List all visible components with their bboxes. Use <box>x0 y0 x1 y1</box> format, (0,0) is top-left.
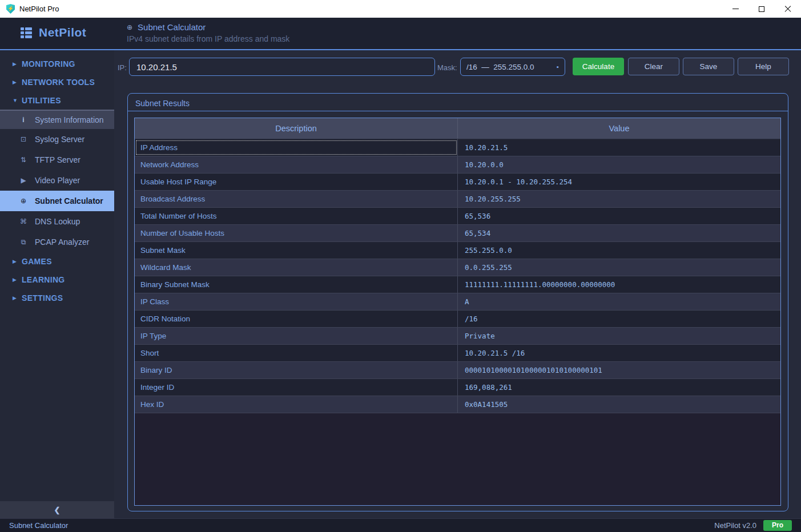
main-content: IP: Mask: /16 — 255.255.0.0 ▪ Calculate … <box>114 50 801 518</box>
pro-badge: Pro <box>763 520 792 530</box>
value-cell[interactable]: 255.255.0.0 <box>458 242 780 259</box>
description-cell[interactable]: Total Number of Hosts <box>135 208 458 224</box>
table-row: Integer ID169,088,261 <box>135 379 780 396</box>
chevron-right-icon: ▶ <box>13 295 18 301</box>
table-row: Total Number of Hosts65,536 <box>135 208 780 225</box>
sidebar-nav: ▶MONITORING▶NETWORK TOOLS▼UTILITIESiSyst… <box>0 50 114 307</box>
description-cell[interactable]: CIDR Notation <box>135 311 458 327</box>
sidebar-section-learning[interactable]: ▶LEARNING <box>0 271 114 289</box>
results-table-body: IP Address10.20.21.5Network Address10.20… <box>135 139 780 413</box>
status-bar: Subnet Calculator NetPilot v2.0 Pro <box>0 518 801 532</box>
sidebar-item-label: TFTP Server <box>35 155 80 164</box>
sidebar-item-video-player[interactable]: ▶Video Player <box>0 170 114 191</box>
sidebar: ▶MONITORING▶NETWORK TOOLS▼UTILITIESiSyst… <box>0 50 114 518</box>
transfer-icon: ⇅ <box>19 156 27 164</box>
description-cell[interactable]: Network Address <box>135 156 458 173</box>
value-cell[interactable]: Private <box>458 328 780 344</box>
value-cell[interactable]: 10.20.255.255 <box>458 191 780 207</box>
version-text: NetPilot v2.0 <box>714 521 756 530</box>
column-header-value[interactable]: Value <box>458 118 780 139</box>
description-cell[interactable]: Wildcard Mask <box>135 259 458 276</box>
sidebar-section-utilities[interactable]: ▼UTILITIES <box>0 91 114 110</box>
sidebar-section-games[interactable]: ▶GAMES <box>0 252 114 271</box>
play-icon: ▶ <box>19 176 27 184</box>
minimize-icon <box>732 9 739 9</box>
description-cell[interactable]: Subnet Mask <box>135 242 458 259</box>
value-cell[interactable]: 10.20.21.5 <box>458 139 780 156</box>
description-cell[interactable]: Integer ID <box>135 379 458 396</box>
value-cell[interactable]: 65,536 <box>458 208 780 224</box>
section-label: MONITORING <box>22 59 75 68</box>
description-cell[interactable]: Hex ID <box>135 396 458 413</box>
description-cell[interactable]: Binary Subnet Mask <box>135 276 458 293</box>
close-button[interactable] <box>775 0 801 18</box>
value-cell[interactable]: A <box>458 293 780 310</box>
table-row: Number of Usable Hosts65,534 <box>135 225 780 242</box>
description-cell[interactable]: IP Class <box>135 293 458 310</box>
help-button[interactable]: Help <box>738 58 789 75</box>
maximize-button[interactable] <box>748 0 775 18</box>
page-title: ⊕ Subnet Calculator <box>127 22 289 32</box>
page-subtitle: IPv4 subnet details from IP address and … <box>127 34 289 43</box>
sidebar-item-label: Video Player <box>35 176 80 185</box>
value-cell[interactable]: 10.20.21.5 /16 <box>458 345 780 361</box>
layers-icon: ⧉ <box>19 238 27 246</box>
sidebar-item-dns-lookup[interactable]: ⌘DNS Lookup <box>0 211 114 232</box>
value-cell[interactable]: 65,534 <box>458 225 780 241</box>
window-title: NetPilot Pro <box>19 5 59 13</box>
table-row: Binary ID0000101000010100000101010000010… <box>135 362 780 379</box>
sidebar-section-monitoring[interactable]: ▶MONITORING <box>0 55 114 73</box>
section-label: SETTINGS <box>22 293 63 303</box>
info-icon: i <box>19 116 27 124</box>
maximize-icon <box>759 6 764 12</box>
sidebar-item-pcap-analyzer[interactable]: ⧉PCAP Analyzer <box>0 232 114 252</box>
page-head: ⊕ Subnet Calculator IPv4 subnet details … <box>127 22 289 43</box>
table-row: Hex ID0x0A141505 <box>135 396 780 413</box>
description-cell[interactable]: IP Address <box>135 139 458 156</box>
value-cell[interactable]: 0x0A141505 <box>458 396 780 413</box>
value-cell[interactable]: 0.0.255.255 <box>458 259 780 276</box>
subnet-results-groupbox: Subnet Results Description Value IP Addr… <box>127 93 788 511</box>
groupbox-title: Subnet Results <box>135 99 190 108</box>
mask-value: /16 — 255.255.0.0 <box>466 63 534 71</box>
table-row: CIDR Notation/16 <box>135 311 780 328</box>
description-cell[interactable]: Number of Usable Hosts <box>135 225 458 241</box>
description-cell[interactable]: Short <box>135 345 458 361</box>
sidebar-item-system-information[interactable]: iSystem Information <box>0 110 114 129</box>
value-cell[interactable]: 169,088,261 <box>458 379 780 396</box>
save-button[interactable]: Save <box>683 58 734 75</box>
app-logo-icon <box>21 27 32 38</box>
groupbox-underline <box>128 111 788 111</box>
chevron-right-icon: ▶ <box>13 259 18 264</box>
value-cell[interactable]: 11111111.11111111.00000000.00000000 <box>458 276 780 293</box>
description-cell[interactable]: Broadcast Address <box>135 191 458 207</box>
sidebar-section-settings[interactable]: ▶SETTINGS <box>0 289 114 307</box>
mask-dropdown[interactable]: /16 — 255.255.0.0 ▪ <box>460 58 565 76</box>
description-cell[interactable]: Binary ID <box>135 362 458 378</box>
column-header-description[interactable]: Description <box>135 118 458 139</box>
description-cell[interactable]: IP Type <box>135 328 458 344</box>
table-row: IP ClassA <box>135 293 780 311</box>
description-cell[interactable]: Usable Host IP Range <box>135 174 458 190</box>
value-cell[interactable]: 10.20.0.0 <box>458 156 780 173</box>
minimize-button[interactable] <box>722 0 748 18</box>
sidebar-section-network-tools[interactable]: ▶NETWORK TOOLS <box>0 73 114 91</box>
sidebar-item-syslog-server[interactable]: ⊡Syslog Server <box>0 129 114 150</box>
app-shield-icon: ⚡ <box>6 4 15 14</box>
table-row: Subnet Mask255.255.0.0 <box>135 242 780 259</box>
sidebar-item-subnet-calculator[interactable]: ⊕Subnet Calculator <box>0 191 114 211</box>
results-table-header: Description Value <box>135 118 780 139</box>
ip-input[interactable] <box>129 58 435 76</box>
brand: NetPilot <box>21 26 86 39</box>
value-cell[interactable]: 10.20.0.1 - 10.20.255.254 <box>458 174 780 190</box>
sidebar-item-tftp-server[interactable]: ⇅TFTP Server <box>0 150 114 170</box>
globe-icon: ⊕ <box>127 23 132 31</box>
value-cell[interactable]: /16 <box>458 311 780 327</box>
table-row: IP TypePrivate <box>135 328 780 345</box>
section-label: UTILITIES <box>22 96 61 105</box>
calculate-button[interactable]: Calculate <box>573 58 624 75</box>
sidebar-collapse-button[interactable]: ❮ <box>0 501 114 518</box>
value-cell[interactable]: 00001010000101000001010100000101 <box>458 362 780 378</box>
clear-button[interactable]: Clear <box>628 58 679 75</box>
mask-label: Mask: <box>437 63 457 72</box>
